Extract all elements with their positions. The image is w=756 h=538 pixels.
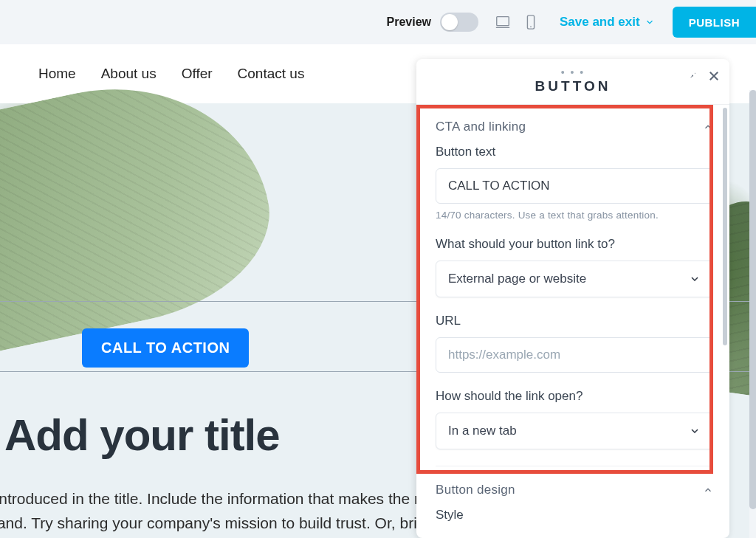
field-open-mode: How should the link open? In a new tab (436, 389, 713, 449)
svg-rect-0 (497, 17, 509, 26)
preview-toggle[interactable] (440, 13, 478, 32)
mobile-icon[interactable] (523, 14, 539, 30)
panel-header: • • • BUTTON (416, 59, 729, 105)
open-mode-value: In a new tab (448, 424, 517, 438)
publish-button[interactable]: PUBLISH (673, 7, 756, 38)
url-label: URL (436, 314, 713, 328)
close-icon[interactable] (707, 69, 721, 83)
nav-item-contact[interactable]: Contact us (238, 66, 305, 82)
link-target-value: External page or website (448, 272, 586, 286)
field-style: Style (436, 508, 713, 523)
desktop-icon[interactable] (495, 14, 511, 30)
chevron-down-icon (689, 425, 701, 437)
chevron-down-icon (645, 17, 655, 27)
field-link-target: What should your button link to? Externa… (436, 237, 713, 297)
section-cta-linking[interactable]: CTA and linking (436, 105, 713, 145)
hero-body[interactable]: te on the ideas introduced in the title.… (0, 487, 450, 538)
preview-label: Preview (387, 15, 431, 29)
hero-title[interactable]: Add your title (4, 410, 280, 461)
panel-title: BUTTON (535, 78, 611, 94)
chevron-up-icon (703, 122, 713, 132)
editor-topbar: Preview Save and exit PUBLISH (0, 0, 756, 44)
save-and-exit-label: Save and exit (560, 15, 640, 30)
chevron-down-icon (689, 273, 701, 285)
open-mode-select[interactable]: In a new tab (436, 413, 713, 449)
scrollbar-thumb[interactable] (749, 90, 756, 509)
button-text-helper: 14/70 characters. Use a text that grabs … (436, 210, 713, 221)
url-input[interactable] (436, 337, 713, 373)
nav-item-about[interactable]: About us (101, 66, 157, 82)
pin-icon[interactable] (687, 69, 700, 83)
section-button-design[interactable]: Button design (436, 466, 713, 508)
link-target-select[interactable]: External page or website (436, 261, 713, 297)
save-and-exit-link[interactable]: Save and exit (560, 15, 655, 30)
style-label: Style (436, 508, 713, 523)
field-button-text: Button text 14/70 characters. Use a text… (436, 145, 713, 221)
button-text-input[interactable] (436, 168, 713, 204)
nav-item-home[interactable]: Home (38, 66, 76, 82)
section-head-label: CTA and linking (436, 120, 526, 134)
button-settings-panel: • • • BUTTON CTA and linking Button text… (416, 59, 729, 538)
field-url: URL (436, 314, 713, 373)
device-switcher (495, 14, 539, 30)
cta-button[interactable]: CALL TO ACTION (82, 328, 249, 368)
drag-handle-icon[interactable]: • • • (561, 69, 585, 75)
button-text-label: Button text (436, 145, 713, 159)
section-head-label: Button design (436, 483, 515, 497)
link-target-label: What should your button link to? (436, 237, 713, 252)
nav-item-offer[interactable]: Offer (182, 66, 213, 82)
panel-scrollbar[interactable] (723, 108, 727, 345)
open-mode-label: How should the link open? (436, 389, 713, 404)
stage-scrollbar[interactable] (749, 90, 756, 538)
chevron-up-icon (703, 485, 713, 495)
